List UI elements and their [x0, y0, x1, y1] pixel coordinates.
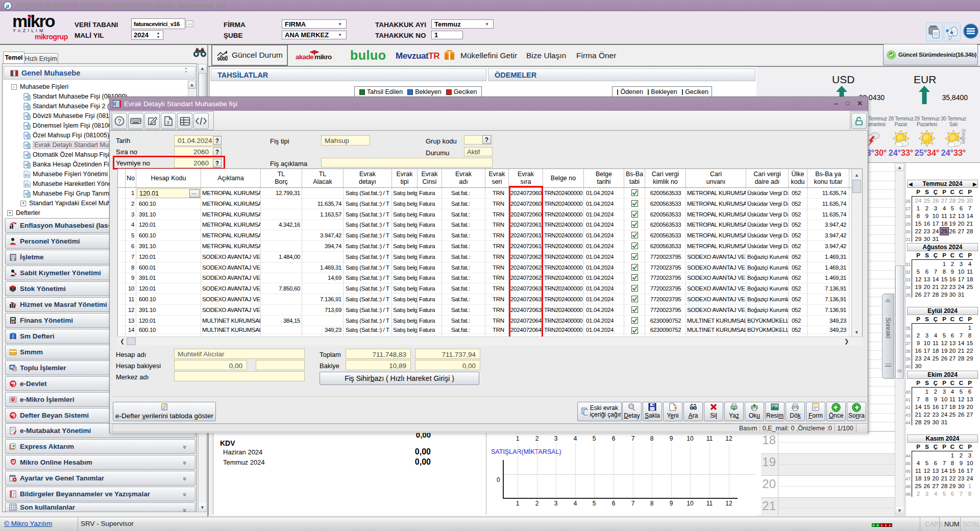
svg-text:mikro: mikro [314, 53, 332, 61]
svg-text:x: x [167, 119, 169, 125]
svg-text:akade: akade [296, 53, 314, 61]
svg-text:?: ? [118, 118, 121, 125]
